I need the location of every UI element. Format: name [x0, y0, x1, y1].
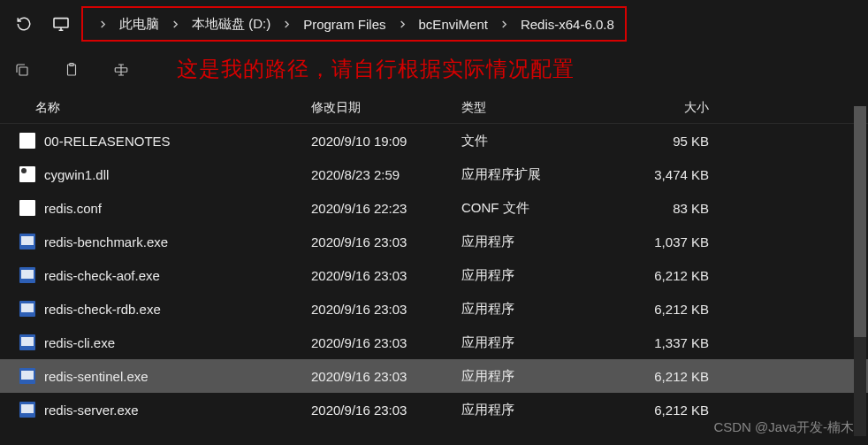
breadcrumb-item[interactable]: Redis-x64-6.0.8 [521, 17, 614, 32]
breadcrumb-item[interactable]: 此电脑 [119, 16, 159, 33]
scrollbar-thumb[interactable] [854, 106, 866, 337]
exe-file-icon [19, 334, 44, 350]
doc-file-icon [19, 133, 44, 149]
file-size: 6,212 KB [612, 268, 709, 283]
dll-file-icon [19, 166, 44, 182]
file-type: CONF 文件 [461, 200, 612, 217]
file-date: 2020/8/23 2:59 [311, 167, 461, 182]
file-name: redis-sentinel.exe [44, 369, 311, 384]
file-size: 1,337 KB [612, 335, 709, 350]
file-type: 应用程序扩展 [461, 166, 612, 183]
table-row[interactable]: redis-benchmark.exe2020/9/16 23:03应用程序1,… [0, 225, 868, 258]
table-row[interactable]: redis-check-aof.exe2020/9/16 23:03应用程序6,… [0, 258, 868, 292]
breadcrumb-item[interactable]: Program Files [303, 17, 385, 32]
file-date: 2020/9/10 19:09 [311, 134, 461, 149]
file-name: redis.conf [44, 201, 311, 216]
file-size: 6,212 KB [612, 302, 709, 317]
file-type: 应用程序 [461, 368, 612, 385]
chevron-right-icon[interactable] [270, 18, 303, 31]
column-header-name[interactable]: 名称 [35, 100, 311, 116]
file-size: 6,212 KB [612, 403, 709, 418]
exe-file-icon [19, 368, 44, 384]
toolbar: 这是我的路径，请自行根据实际情况配置 [0, 48, 868, 92]
svg-rect-1 [19, 67, 27, 75]
file-name: redis-check-rdb.exe [44, 302, 311, 317]
breadcrumb-item[interactable]: 本地磁盘 (D:) [192, 16, 270, 33]
chevron-right-icon[interactable] [386, 18, 419, 31]
file-name: redis-benchmark.exe [44, 234, 311, 249]
vertical-scrollbar[interactable] [854, 106, 866, 436]
file-name: redis-check-aof.exe [44, 268, 311, 283]
file-date: 2020/9/16 23:03 [311, 234, 461, 249]
exe-file-icon [19, 267, 44, 283]
address-bar: 此电脑 本地磁盘 (D:) Program Files bcEnviMent R… [0, 0, 868, 48]
table-row[interactable]: redis.conf2020/9/16 22:23CONF 文件83 KB [0, 191, 868, 225]
refresh-button[interactable] [9, 9, 39, 39]
file-date: 2020/9/16 23:03 [311, 369, 461, 384]
file-size: 3,474 KB [612, 167, 709, 182]
copy-icon[interactable] [12, 60, 32, 80]
watermark: CSDN @Java开发-楠木 [713, 419, 854, 436]
column-header-size[interactable]: 大小 [612, 100, 709, 116]
table-row[interactable]: redis-check-rdb.exe2020/9/16 23:03应用程序6,… [0, 292, 868, 326]
breadcrumb-item[interactable]: bcEnviMent [419, 17, 488, 32]
file-type: 应用程序 [461, 334, 612, 351]
file-size: 6,212 KB [612, 369, 709, 384]
table-row[interactable]: redis-cli.exe2020/9/16 23:03应用程序1,337 KB [0, 326, 868, 359]
file-date: 2020/9/16 23:03 [311, 302, 461, 317]
file-date: 2020/9/16 23:03 [311, 268, 461, 283]
svg-rect-0 [54, 19, 68, 27]
file-type: 应用程序 [461, 301, 612, 318]
rename-icon[interactable] [111, 60, 131, 80]
paste-icon[interactable] [62, 60, 81, 80]
column-header-type[interactable]: 类型 [461, 100, 612, 116]
file-table: 名称 修改日期 类型 大小 00-RELEASENOTES2020/9/10 1… [0, 92, 868, 426]
exe-file-icon [19, 301, 44, 317]
chevron-right-icon[interactable] [488, 18, 521, 31]
file-date: 2020/9/16 23:03 [311, 335, 461, 350]
monitor-icon[interactable] [46, 9, 76, 39]
exe-file-icon [19, 402, 44, 418]
file-name: cygwin1.dll [44, 167, 311, 182]
chevron-right-icon[interactable] [87, 18, 119, 31]
file-date: 2020/9/16 23:03 [311, 403, 461, 418]
file-name: redis-cli.exe [44, 335, 311, 350]
file-type: 应用程序 [461, 402, 612, 418]
breadcrumb: 此电脑 本地磁盘 (D:) Program Files bcEnviMent R… [81, 6, 627, 42]
file-size: 95 KB [612, 134, 709, 149]
file-type: 应用程序 [461, 267, 612, 284]
file-type: 文件 [461, 133, 612, 150]
annotation-text: 这是我的路径，请自行根据实际情况配置 [177, 55, 575, 83]
conf-file-icon [19, 200, 44, 216]
file-name: redis-server.exe [44, 403, 311, 418]
file-date: 2020/9/16 22:23 [311, 201, 461, 216]
table-row[interactable]: 00-RELEASENOTES2020/9/10 19:09文件95 KB [0, 124, 868, 157]
table-row[interactable]: cygwin1.dll2020/8/23 2:59应用程序扩展3,474 KB [0, 157, 868, 191]
file-name: 00-RELEASENOTES [44, 134, 311, 149]
chevron-right-icon[interactable] [159, 18, 192, 31]
file-size: 83 KB [612, 201, 709, 216]
table-header: 名称 修改日期 类型 大小 [0, 92, 868, 124]
column-header-date[interactable]: 修改日期 [311, 100, 461, 116]
file-size: 1,037 KB [612, 234, 709, 249]
file-type: 应用程序 [461, 234, 612, 250]
exe-file-icon [19, 234, 44, 249]
table-row[interactable]: redis-sentinel.exe2020/9/16 23:03应用程序6,2… [0, 359, 868, 393]
